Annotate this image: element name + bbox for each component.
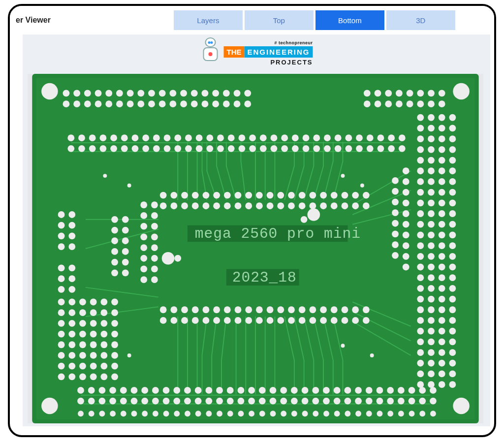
svg-point-379 [111,259,118,266]
svg-point-35 [127,100,134,107]
svg-point-279 [121,411,126,416]
svg-point-439 [417,221,424,228]
svg-point-187 [160,317,167,324]
svg-point-200 [299,317,306,324]
svg-point-431 [417,199,424,206]
svg-point-122 [356,145,363,152]
svg-point-374 [122,227,129,234]
svg-point-360 [68,363,75,370]
svg-point-218 [195,387,202,394]
svg-point-519 [392,241,399,248]
svg-point-294 [281,411,286,416]
svg-point-162 [320,202,327,209]
svg-point-87 [324,134,331,141]
logo-word-eng: ENGINEERING [244,46,313,58]
svg-point-380 [122,259,129,266]
svg-point-188 [170,317,177,324]
svg-point-74 [185,134,192,141]
svg-point-302 [366,411,372,416]
svg-point-244 [109,398,116,405]
svg-point-366 [68,373,75,380]
tab-top[interactable]: Top [245,10,314,30]
svg-point-430 [449,189,456,196]
site-logo: # technopreneur THE ENGINEERING PROJECTS [200,37,313,66]
svg-point-504 [403,178,410,185]
svg-point-255 [227,398,234,405]
svg-point-335 [58,320,65,327]
svg-point-450 [449,242,456,249]
svg-point-19 [148,90,155,97]
svg-point-117 [303,145,310,152]
svg-point-96 [78,145,85,152]
svg-point-357 [100,352,107,359]
svg-point-14 [95,90,102,97]
svg-point-40 [180,100,187,107]
svg-point-310 [68,211,75,218]
svg-point-274 [430,398,437,405]
svg-point-134 [235,192,242,199]
svg-point-194 [235,317,242,324]
svg-point-393 [151,223,158,230]
svg-point-290 [238,411,244,416]
svg-point-219 [205,387,212,394]
svg-point-517 [392,220,399,227]
svg-point-232 [344,387,351,394]
svg-point-512 [403,264,410,271]
svg-point-88 [335,134,342,141]
svg-point-428 [428,189,435,196]
svg-point-189 [181,317,188,324]
svg-point-414 [449,146,456,153]
svg-point-469 [439,296,445,303]
svg-point-237 [398,387,405,394]
tab-bottom[interactable]: Bottom [315,10,384,30]
svg-point-347 [58,341,65,348]
svg-point-306 [409,411,415,416]
svg-point-472 [428,306,435,313]
svg-point-523 [103,174,107,178]
svg-point-102 [142,145,149,152]
tab-layers[interactable]: Layers [174,10,243,30]
svg-point-284 [174,411,180,416]
svg-point-298 [323,411,329,416]
svg-point-377 [111,248,118,255]
svg-point-363 [100,363,107,370]
svg-point-142 [320,192,327,199]
svg-point-190 [192,317,199,324]
svg-point-456 [428,264,435,271]
svg-point-43 [212,100,219,107]
svg-point-272 [409,398,415,405]
svg-point-197 [267,317,274,324]
svg-point-42 [202,100,209,107]
svg-point-529 [341,344,345,348]
svg-point-61 [428,100,435,107]
svg-point-167 [160,306,167,313]
svg-point-52 [417,90,424,97]
svg-point-308 [430,411,436,416]
svg-point-213 [141,387,148,394]
svg-point-482 [449,328,456,335]
svg-point-299 [334,411,340,416]
svg-point-130 [192,192,199,199]
svg-point-206 [363,317,370,324]
svg-point-475 [417,317,424,324]
svg-point-201 [309,317,316,324]
logo-text: # technopreneur THE ENGINEERING PROJECTS [223,40,313,66]
svg-point-132 [213,192,220,199]
tab-3d[interactable]: 3D [386,10,455,30]
pcb-canvas[interactable]: mega 2560 pro mini 2023_18 [28,74,483,423]
svg-point-240 [430,387,437,394]
svg-point-73 [174,134,181,141]
svg-point-106 [185,145,192,152]
svg-point-79 [238,134,245,141]
svg-point-283 [163,411,169,416]
svg-point-238 [409,387,415,394]
svg-point-487 [417,349,424,356]
svg-point-345 [100,331,107,338]
svg-point-113 [260,145,267,152]
svg-point-62 [439,100,445,107]
svg-point-223 [248,387,255,394]
svg-point-425 [439,178,445,185]
svg-point-94 [399,134,406,141]
svg-point-313 [58,232,65,239]
svg-point-140 [299,192,306,199]
